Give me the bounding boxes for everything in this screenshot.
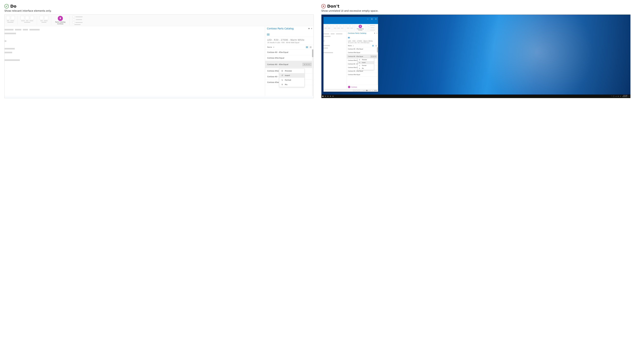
dont-title: Don't [327, 4, 339, 8]
svg-rect-2 [310, 47, 311, 48]
task-pane-title: Contoso Parts Catalog [267, 27, 294, 30]
task-pane: Contoso Parts Catalog ▼ ✕ LED - R30 - 27… [265, 26, 314, 96]
list-item[interactable]: Contoso 85w Equal [265, 55, 314, 61]
tray-volume-icon[interactable] [617, 96, 619, 97]
svg-rect-19 [322, 96, 323, 97]
dont-caption: Show unrelated UI and excessive empty sp… [321, 10, 630, 12]
taskbar-app-icon[interactable] [330, 96, 331, 97]
insert-icon [281, 74, 283, 76]
pin-icon [281, 84, 283, 86]
query-subtitle: 16 results in LED - R30 - 60-65 Watt Equ… [348, 42, 377, 44]
do-caption: Show relevant interface elements only. [5, 10, 314, 12]
scrollbar-thumb[interactable] [312, 50, 313, 57]
window-close-button[interactable] [374, 18, 377, 20]
svg-point-16 [359, 66, 360, 66]
window-minimize-button[interactable] [366, 18, 369, 20]
tray-network-icon[interactable] [615, 96, 616, 97]
pin-icon [359, 68, 361, 69]
grid-view-icon[interactable] [375, 45, 377, 46]
more-button[interactable]: • • • [370, 56, 377, 58]
chevron-down-icon[interactable]: ▼ [308, 28, 310, 30]
view-mode-button[interactable] [353, 90, 355, 91]
parts-catalog-ribbon-button[interactable]: Parts CatalogContoso [54, 16, 67, 25]
task-pane-brand: C Contoso [347, 85, 378, 89]
cross-icon [321, 4, 326, 8]
svg-rect-1 [311, 46, 312, 47]
svg-point-5 [282, 71, 282, 71]
list-view-icon[interactable] [306, 46, 308, 48]
column-name-header[interactable]: Name [267, 46, 272, 48]
svg-point-21 [620, 96, 621, 97]
list-item[interactable]: Contoso 85w Equal [347, 51, 378, 54]
preview-icon [359, 59, 361, 60]
window-maximize-button[interactable] [370, 18, 373, 20]
svg-point-7 [282, 80, 283, 81]
format-icon [359, 65, 361, 66]
tray-settings-icon[interactable] [620, 96, 621, 97]
start-button[interactable] [322, 96, 323, 97]
taskbar-app-icon[interactable] [325, 96, 326, 97]
zoom-slider[interactable] [362, 90, 371, 91]
do-panel: Do Show relevant interface elements only… [5, 4, 314, 98]
menu-preview[interactable]: Preview [279, 68, 304, 73]
tray-icon[interactable] [613, 96, 614, 97]
chevron-down-icon[interactable]: ▼ [374, 32, 375, 34]
format-icon [281, 79, 283, 81]
list-item[interactable]: Contoso 60 - 65w Equal [265, 50, 314, 55]
view-mode-button[interactable] [358, 90, 360, 91]
list-view-icon[interactable] [372, 45, 374, 46]
grid-view-icon[interactable] [310, 46, 312, 48]
list-item[interactable]: Contoso 85w Equal [347, 73, 378, 76]
task-pane-title: Contoso Parts Catalog [348, 32, 366, 34]
taskbar-app-icon[interactable] [327, 96, 329, 97]
view-mode-button[interactable] [356, 90, 357, 91]
query-title: LED - R30 - 2700K - Warm White [348, 40, 377, 42]
scrollbar[interactable] [377, 47, 378, 85]
tray-notifications-icon[interactable] [628, 96, 630, 97]
menu-format[interactable]: Format [358, 64, 374, 67]
list-item[interactable]: Contoso 60 - 65w Equal [347, 47, 378, 51]
document-body [5, 26, 265, 96]
menu-format[interactable]: Format [279, 78, 304, 82]
app-tabbar [323, 21, 378, 24]
do-screenshot: Parts CatalogContoso [5, 14, 314, 98]
menu-pin[interactable]: Pin [358, 67, 374, 70]
svg-rect-8 [371, 18, 372, 20]
svg-rect-0 [310, 46, 311, 47]
svg-point-14 [359, 60, 360, 60]
do-title: Do [10, 4, 17, 8]
list-item[interactable]: Contoso 60 - 65w Equal • • • [265, 61, 314, 68]
close-icon[interactable]: ✕ [311, 28, 312, 30]
svg-rect-3 [311, 47, 312, 48]
sort-down-icon[interactable]: ↓ [273, 46, 274, 48]
document-body [323, 32, 347, 89]
dont-screenshot: Parts CatalogContoso [321, 14, 630, 98]
scrollbar[interactable] [312, 50, 313, 96]
tray-chevron-up-icon[interactable]: ^ [611, 96, 612, 97]
menu-insert[interactable]: Insert [358, 61, 374, 64]
menu-pin[interactable]: Pin [279, 82, 304, 87]
lightbulb-icon [58, 16, 63, 21]
sort-down-icon[interactable]: ↓ [353, 45, 354, 46]
hamburger-icon[interactable] [267, 34, 270, 36]
hamburger-icon[interactable] [348, 36, 350, 38]
svg-rect-11 [375, 46, 376, 46]
zoom-level[interactable]: 100% [374, 90, 377, 91]
scrollbar-thumb[interactable] [377, 47, 378, 52]
svg-rect-20 [323, 96, 323, 97]
parts-catalog-ribbon-button[interactable]: Parts CatalogContoso [356, 25, 364, 31]
svg-rect-18 [323, 96, 323, 96]
lightbulb-icon [359, 25, 362, 28]
taskbar-app-icon[interactable] [332, 96, 334, 97]
menu-insert[interactable]: Insert [279, 73, 304, 78]
more-button[interactable]: • • • [302, 63, 312, 66]
task-pane: Contoso Parts Catalog ▼ ✕ LED - R30 - [347, 32, 378, 89]
check-icon [5, 4, 9, 8]
column-name-header[interactable]: Name [348, 45, 352, 46]
windows-taskbar: ^ 6:30 AM 7/30/2015 [321, 94, 630, 98]
close-icon[interactable]: ✕ [376, 32, 377, 34]
taskbar-clock[interactable]: 6:30 AM 7/30/2015 [622, 95, 627, 98]
ribbon: Parts CatalogContoso [323, 24, 378, 32]
menu-preview[interactable]: Preview [358, 58, 374, 61]
query-title: LED - R30 - 2700K - Warm White [267, 38, 312, 41]
